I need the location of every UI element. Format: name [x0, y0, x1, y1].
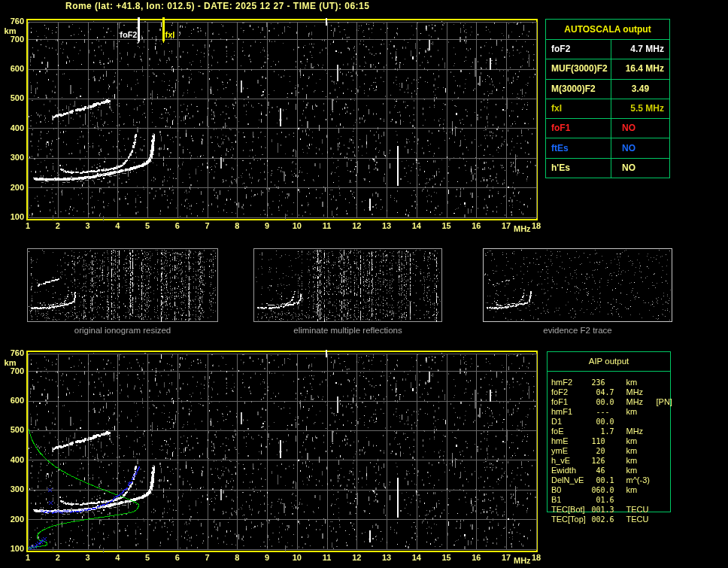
- aip-param-TEC[Bot]: TEC[Bot]: [551, 506, 585, 514]
- autoscala-param-M(3000)F2: M(3000)F2: [546, 79, 611, 99]
- x-tick-17-plot2: 17: [499, 554, 514, 562]
- y-tick-400-plot1: 400: [11, 124, 24, 132]
- autoscala-row-fxI: fxI5.5 MHz: [546, 99, 669, 119]
- aip-note-foF1: [PN]: [657, 398, 672, 406]
- y-tick-500-plot2: 500: [11, 426, 24, 434]
- x-tick-2-plot1: 2: [50, 222, 65, 230]
- autoscala-row-MUF(3000)F2: MUF(3000)F216.4 MHz: [546, 59, 669, 79]
- aip-table-header: AIP output: [548, 352, 670, 372]
- aip-unit-foF1: MHz: [626, 398, 644, 406]
- aip-value-D1: 00.0: [592, 418, 614, 426]
- autoscala-param-ftEs: ftEs: [546, 138, 611, 158]
- x-tick-13-plot2: 13: [379, 554, 394, 562]
- autoscala-param-MUF(3000)F2: MUF(3000)F2: [546, 59, 611, 78]
- autoscala-value-fxI: 5.5 MHz: [611, 99, 669, 118]
- x-axis-unit-plot1: MHz: [514, 225, 531, 233]
- y-tick-200-plot2: 200: [11, 515, 24, 524]
- x-tick-7-plot2: 7: [200, 554, 215, 562]
- y-tick-600-plot2: 600: [11, 396, 24, 405]
- x-tick-6-plot1: 6: [170, 222, 185, 230]
- x-tick-7-plot1: 7: [200, 222, 215, 230]
- x-tick-16-plot2: 16: [469, 554, 484, 562]
- aip-value-B0: 060.0: [592, 486, 614, 494]
- aip-param-hmE: hmE: [551, 437, 569, 445]
- x-tick-3-plot2: 3: [80, 554, 96, 562]
- x-tick-18-plot1: 18: [529, 222, 544, 230]
- autoscala-param-foF2: foF2: [546, 39, 611, 59]
- autoscala-row-foF2: foF24.7 MHz: [546, 39, 669, 59]
- y-tick-700-plot2: 700: [11, 367, 24, 375]
- autoscala-param-fxI: fxI: [546, 99, 611, 118]
- aip-param-B0: B0: [551, 486, 561, 494]
- x-tick-13-plot1: 13: [379, 222, 394, 230]
- aip-value-TEC[Top]: 002.6: [592, 515, 614, 524]
- fxI-marker-label: fxI: [165, 31, 175, 39]
- aip-param-ymE: ymE: [551, 447, 568, 455]
- autoscala-value-ftEs: NO: [611, 138, 669, 158]
- aip-unit-hmE: km: [626, 437, 638, 445]
- aip-param-hmF1: hmF1: [551, 408, 572, 416]
- aip-unit-hmF1: km: [626, 408, 638, 416]
- aip-value-Ewidth: 46: [592, 466, 605, 475]
- x-tick-4-plot2: 4: [110, 554, 125, 562]
- x-tick-1-plot1: 1: [20, 222, 35, 230]
- autoscala-param-h'Es: h'Es: [546, 158, 611, 178]
- autoscala-row-ftEs: ftEsNO: [546, 138, 669, 159]
- aip-unit-hmF2: km: [626, 378, 638, 387]
- aip-param-B1: B1: [551, 496, 561, 504]
- aip-value-hmF1: ---: [592, 408, 610, 416]
- x-axis-unit-plot2: MHz: [514, 557, 531, 565]
- autoscala-param-foF1: foF1: [546, 118, 611, 138]
- x-tick-14-plot1: 14: [409, 222, 424, 230]
- y-tick-200-plot1: 200: [11, 184, 24, 192]
- x-tick-15-plot1: 15: [439, 222, 454, 230]
- x-tick-10-plot1: 10: [290, 222, 305, 230]
- autoscala-value-M(3000)F2: 3.49: [611, 79, 669, 99]
- x-tick-11-plot2: 11: [320, 554, 335, 562]
- x-tick-5-plot1: 5: [140, 222, 155, 230]
- y-tick-300-plot2: 300: [11, 485, 24, 494]
- autoscala-table-header: AUTOSCALA output: [546, 20, 669, 40]
- x-tick-16-plot1: 16: [469, 222, 484, 230]
- aip-value-h_vE: 126: [592, 457, 605, 465]
- aip-value-hmF2: 236: [592, 378, 605, 387]
- aip-value-foF1: 00.0: [592, 398, 614, 406]
- aip-unit-Ewidth: km: [626, 466, 638, 475]
- foF2-marker-label: foF2: [120, 31, 137, 39]
- autoscala-value-h'Es: NO: [611, 158, 669, 178]
- y-tick-760-plot2: 760: [11, 349, 24, 357]
- aip-param-foF2: foF2: [551, 388, 568, 396]
- y-tick-700-plot1: 700: [11, 35, 24, 44]
- panel-caption-evidence: evidence F2 trace: [483, 327, 672, 335]
- aip-param-hmF2: hmF2: [551, 378, 572, 387]
- aip-param-foE: foE: [551, 427, 564, 436]
- x-tick-3-plot1: 3: [80, 222, 96, 230]
- x-tick-8-plot2: 8: [229, 554, 244, 562]
- x-tick-11-plot1: 11: [320, 222, 335, 230]
- aip-param-foF1: foF1: [551, 398, 568, 406]
- aip-value-ymE: 20: [592, 447, 605, 455]
- aip-value-hmE: 110: [592, 437, 605, 445]
- aip-unit-h_vE: km: [626, 457, 638, 465]
- aip-param-TEC[Top]: TEC[Top]: [551, 515, 586, 524]
- y-tick-600-plot1: 600: [11, 65, 24, 73]
- autoscala-screen: Rome (lat: +41.8, lon: 012.5) - DATE: 20…: [0, 0, 728, 568]
- x-tick-15-plot2: 15: [439, 554, 454, 562]
- x-tick-14-plot2: 14: [409, 554, 424, 562]
- x-tick-4-plot1: 4: [110, 222, 125, 230]
- aip-unit-foF2: MHz: [626, 388, 644, 396]
- x-tick-12-plot2: 12: [349, 554, 364, 562]
- page-title: Rome (lat: +41.8, lon: 012.5) - DATE: 20…: [65, 2, 369, 11]
- aip-unit-DelN_vE: m^(-3): [626, 476, 650, 484]
- aip-unit-TEC[Top]: TECU: [626, 515, 649, 524]
- aip-unit-foE: MHz: [626, 427, 644, 436]
- aip-param-h_vE: h_vE: [551, 457, 570, 465]
- y-tick-100-plot2: 100: [11, 545, 24, 553]
- aip-unit-B0: km: [626, 486, 638, 494]
- y-tick-400-plot2: 400: [11, 456, 24, 464]
- x-tick-18-plot2: 18: [529, 554, 544, 562]
- aip-value-DelN_vE: 00.1: [592, 476, 614, 484]
- y-tick-760-plot1: 760: [11, 17, 24, 26]
- autoscala-value-foF1: NO: [611, 118, 669, 138]
- aip-param-DelN_vE: DelN_vE: [551, 476, 584, 484]
